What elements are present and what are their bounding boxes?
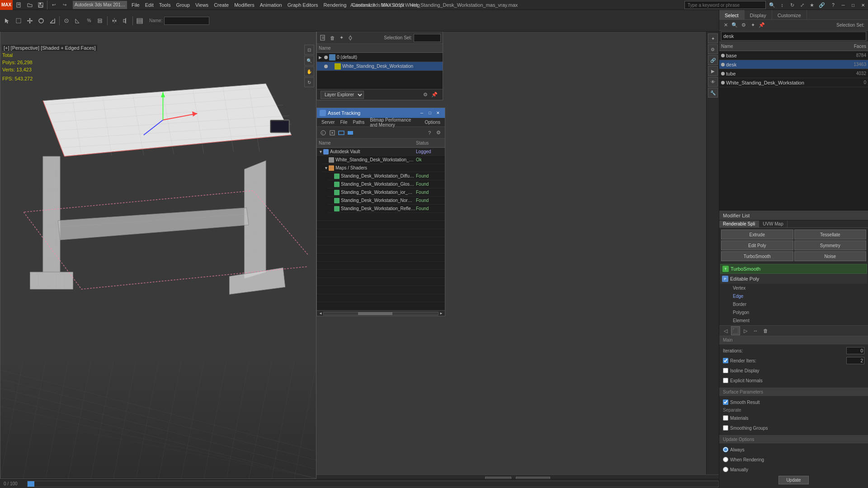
sfs-tab-customize[interactable]: Customize xyxy=(772,10,807,21)
scale-icon[interactable]: ⤢ xyxy=(797,0,807,9)
scene-obj-base[interactable]: base 8784 xyxy=(719,51,868,60)
at-menu-options[interactable]: Options xyxy=(422,120,443,125)
create-tab-btn[interactable]: ✦ xyxy=(708,33,718,43)
display-tab-btn[interactable]: 👁 xyxy=(708,77,718,87)
edit-poly-btn[interactable]: Edit Poly xyxy=(721,240,793,250)
menu-views[interactable]: Views xyxy=(193,0,211,9)
sfs-highlight-icon[interactable]: ✦ xyxy=(748,21,757,30)
vp-zoom-extents[interactable]: ⊡ xyxy=(304,45,314,55)
le-selection-set-input[interactable] xyxy=(414,34,441,42)
vp-orbit[interactable]: ↻ xyxy=(304,77,314,87)
ts-smooth-result-check[interactable] xyxy=(723,399,728,405)
win-minimize-btn[interactable]: ─ xyxy=(838,0,848,10)
win-close-btn[interactable]: ✕ xyxy=(858,0,868,10)
menu-rendering[interactable]: Rendering xyxy=(321,0,349,9)
editable-poly-item[interactable]: P Editable Poly xyxy=(720,274,867,284)
move-icon[interactable]: ↕ xyxy=(778,0,787,9)
at-scroll-track[interactable] xyxy=(323,312,439,315)
sub-edge[interactable]: Edge xyxy=(731,292,867,300)
at-menu-file[interactable]: File xyxy=(337,120,350,125)
ts-when-rendering-radio[interactable] xyxy=(723,457,728,462)
uvw-map-tab[interactable]: UVW Map xyxy=(759,221,788,227)
at-close-btn[interactable]: ✕ xyxy=(434,109,442,117)
ts-render-iters-check[interactable] xyxy=(723,358,728,363)
sfs-filter-icon[interactable]: 🔍 xyxy=(730,21,739,30)
sub-element[interactable]: Element xyxy=(731,316,867,324)
scene-obj-tube[interactable]: tube 4032 xyxy=(719,69,868,78)
at-tb-icon4[interactable] xyxy=(346,128,355,137)
sub-vertex[interactable]: Vertex xyxy=(731,284,867,292)
at-row-normal[interactable]: Standing_Desk_Workstation_Normal_Whit...… xyxy=(328,197,445,205)
le-tb-settings[interactable] xyxy=(346,33,355,42)
symmetry-btn[interactable]: Symmetry xyxy=(794,240,867,250)
le-footer-dropdown[interactable]: Layer Explorer xyxy=(321,91,364,99)
mod-tb-icon4[interactable]: ↔ xyxy=(751,326,760,335)
scale-tool[interactable] xyxy=(47,15,58,26)
menu-animation[interactable]: Animation xyxy=(257,0,285,9)
sub-polygon[interactable]: Polygon xyxy=(731,308,867,316)
le-footer-icon1[interactable]: ⚙ xyxy=(421,90,430,99)
le-tb-new[interactable] xyxy=(319,33,328,42)
move-tool[interactable] xyxy=(24,15,35,26)
redo-btn[interactable]: ↪ xyxy=(59,0,70,10)
ts-always-radio[interactable] xyxy=(723,447,728,452)
search-icon[interactable]: 🔍 xyxy=(768,0,777,9)
sfs-options-icon[interactable]: ⚙ xyxy=(739,21,748,30)
timeline-bar[interactable] xyxy=(27,481,719,487)
at-row-gloss[interactable]: Standing_Desk_Workstation_Glossiness_W..… xyxy=(328,180,445,188)
search-input[interactable] xyxy=(684,1,766,9)
at-row-diffuse[interactable]: Standing_Desk_Workstation_Diffuse_White.… xyxy=(328,172,445,180)
menu-file[interactable]: File xyxy=(129,0,142,9)
obj-name-input[interactable] xyxy=(164,17,209,25)
menu-group[interactable]: Group xyxy=(173,0,193,9)
at-row-refl[interactable]: Standing_Desk_Workstation_Reflection_W..… xyxy=(328,205,445,213)
sfs-search-input[interactable] xyxy=(721,32,866,41)
mirror-tool[interactable] xyxy=(109,15,120,26)
sfs-tab-display[interactable]: Display xyxy=(745,10,772,21)
ts-manually-radio[interactable] xyxy=(723,467,728,472)
at-menu-bitmap[interactable]: Bitmap Performance and Memory xyxy=(367,117,422,127)
win-maximize-btn[interactable]: □ xyxy=(848,0,858,10)
ts-iter-input[interactable] xyxy=(846,347,864,354)
sub-border[interactable]: Border xyxy=(731,300,867,308)
ts-explicit-normals-check[interactable] xyxy=(723,378,728,383)
tessellate-btn[interactable]: Tessellate xyxy=(794,230,867,239)
at-menu-paths[interactable]: Paths xyxy=(350,120,368,125)
modify-tab-btn[interactable]: ⚙ xyxy=(708,44,718,54)
noise-btn[interactable]: Noise xyxy=(794,251,867,261)
at-row-ior[interactable]: Standing_Desk_Workstation_ior_White.png … xyxy=(328,188,445,197)
motion-tab-btn[interactable]: ▶ xyxy=(708,66,718,76)
turbos-smooth-item[interactable]: T TurboSmooth xyxy=(720,264,867,274)
vp-pan[interactable]: ✋ xyxy=(304,66,314,76)
ts-render-iter-input[interactable] xyxy=(846,357,864,364)
link-icon[interactable]: 🔗 xyxy=(817,0,826,9)
hierarchy-tab-btn[interactable]: 🔗 xyxy=(708,55,718,65)
le-tb-highlight[interactable]: ✦ xyxy=(337,33,346,42)
at-row-maps[interactable]: ▼ Maps / Shaders xyxy=(322,164,445,172)
at-scroll-thumb[interactable] xyxy=(358,312,392,315)
mod-tb-icon3[interactable]: ▷ xyxy=(741,326,750,335)
menu-tools[interactable]: Tools xyxy=(156,0,174,9)
ts-materials-check[interactable] xyxy=(723,415,728,421)
ts-smoothing-groups-check[interactable] xyxy=(723,425,728,431)
ts-update-btn[interactable]: Update xyxy=(778,476,808,484)
at-row-vault[interactable]: ▼ Autodesk Vault Logged xyxy=(317,148,445,156)
win-help-btn[interactable]: ? xyxy=(828,0,838,10)
new-btn[interactable] xyxy=(14,0,24,10)
viewport-3d[interactable]: X Y Z [+] [Perspective] [Shaded + Edged … xyxy=(0,22,316,479)
le-footer-icon2[interactable]: 📌 xyxy=(430,90,439,99)
scene-obj-workstation[interactable]: White_Standing_Desk_Workstation 0 xyxy=(719,78,868,87)
menu-edit[interactable]: Edit xyxy=(142,0,156,9)
at-scroll-left[interactable]: ◄ xyxy=(318,311,323,316)
at-scroll-right[interactable]: ► xyxy=(439,311,444,316)
mod-tb-icon5[interactable]: 🗑 xyxy=(761,326,770,335)
align-tool[interactable] xyxy=(120,15,131,26)
angle-snap[interactable] xyxy=(72,15,83,26)
le-layer-workstation[interactable]: White_Standing_Desk_Workstation xyxy=(317,62,443,71)
menu-create[interactable]: Create xyxy=(211,0,231,9)
menu-graph-editors[interactable]: Graph Editors xyxy=(285,0,321,9)
turbosmooth-btn[interactable]: TurboSmooth xyxy=(721,251,793,261)
open-btn[interactable] xyxy=(24,0,35,10)
at-tb-icon3[interactable] xyxy=(337,128,346,137)
at-menu-server[interactable]: Server xyxy=(319,120,337,125)
